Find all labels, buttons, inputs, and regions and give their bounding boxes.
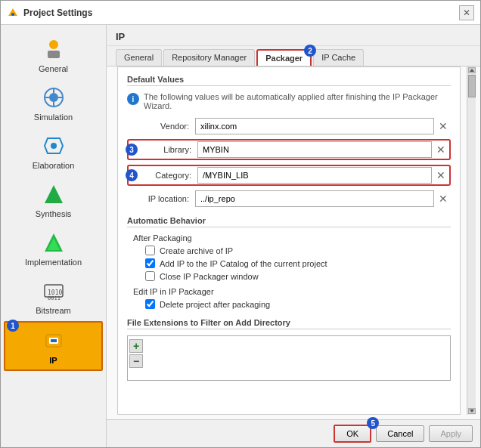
apply-button[interactable]: Apply <box>429 425 473 442</box>
ok-button[interactable]: OK <box>334 425 371 443</box>
synthesis-icon <box>40 181 67 208</box>
library-highlight-box: Library: ✕ <box>127 139 451 160</box>
library-field-container: 3 Library: ✕ <box>127 139 451 160</box>
svg-text:0011: 0011 <box>48 295 61 301</box>
vendor-field-row: Vendor: ✕ <box>127 118 451 134</box>
close-button[interactable]: ✕ <box>459 5 474 20</box>
add-ip-catalog-checkbox[interactable] <box>145 258 155 268</box>
sidebar: General Simulation <box>1 25 107 447</box>
bottom-bar: OK 5 Cancel Apply <box>107 419 480 447</box>
sidebar-item-implementation[interactable]: Implementation <box>4 224 103 271</box>
sidebar-item-general[interactable]: General <box>4 31 103 78</box>
delete-project-checkbox[interactable] <box>145 299 155 309</box>
main-content: General Simulation <box>1 25 480 447</box>
library-label: Library: <box>129 145 197 154</box>
svg-marker-12 <box>45 185 63 203</box>
svg-marker-22 <box>470 409 474 412</box>
library-clear-btn[interactable]: ✕ <box>433 141 448 158</box>
sidebar-item-bitstream-label: Bitstream <box>36 306 70 315</box>
implementation-icon <box>40 229 67 256</box>
ok-btn-wrapper: OK 5 <box>334 425 371 443</box>
ip-icon <box>40 327 67 354</box>
info-icon: i <box>127 93 139 105</box>
file-extensions-controls: + − <box>129 339 143 368</box>
vendor-clear-btn[interactable]: ✕ <box>436 118 451 134</box>
sidebar-item-elaboration[interactable]: Elaboration <box>4 128 103 175</box>
category-field-row: Category: ✕ <box>129 167 448 184</box>
svg-point-5 <box>49 93 58 102</box>
add-ip-catalog-row: Add IP to the IP Catalog of the current … <box>145 258 451 268</box>
category-input[interactable] <box>197 167 432 184</box>
vendor-label: Vendor: <box>127 122 195 131</box>
category-field-container: 4 Category: ✕ <box>127 165 451 186</box>
default-values-title: Default Values <box>127 75 451 86</box>
library-badge: 3 <box>126 144 138 156</box>
sidebar-item-ip[interactable]: 1 IP <box>4 321 103 371</box>
sidebar-item-simulation[interactable]: Simulation <box>4 79 103 126</box>
project-settings-window: Project Settings ✕ General <box>0 0 481 448</box>
info-block: i The following values will be automatic… <box>127 92 451 110</box>
sidebar-item-ip-label: IP <box>49 356 57 365</box>
svg-marker-21 <box>470 69 474 72</box>
title-bar-left: Project Settings <box>7 7 92 19</box>
after-packaging-title: After Packaging <box>133 233 451 243</box>
add-extension-btn[interactable]: + <box>129 339 143 353</box>
sidebar-item-synthesis-label: Synthesis <box>36 209 72 218</box>
ip-location-input[interactable] <box>195 190 434 207</box>
tab-repository-manager[interactable]: Repository Manager <box>163 49 255 66</box>
delete-project-label: Delete project after packaging <box>160 300 270 309</box>
ip-location-label: IP location: <box>127 194 195 203</box>
scroll-up-btn[interactable] <box>468 67 476 73</box>
sidebar-item-implementation-label: Implementation <box>25 258 82 267</box>
svg-point-11 <box>51 143 57 149</box>
delete-project-row: Delete project after packaging <box>145 299 451 309</box>
add-ip-catalog-label: Add IP to the IP Catalog of the current … <box>160 259 327 268</box>
title-bar: Project Settings ✕ <box>1 1 480 25</box>
ip-location-clear-btn[interactable]: ✕ <box>436 190 451 207</box>
sidebar-item-general-label: General <box>39 64 68 73</box>
vendor-input[interactable] <box>195 118 434 134</box>
edit-ip-section: Edit IP in IP Packager Delete project af… <box>133 287 451 309</box>
file-extensions-box: + − <box>127 335 451 381</box>
after-packaging-section: After Packaging Create archive of IP Add… <box>133 233 451 281</box>
edit-ip-title: Edit IP in IP Packager <box>133 287 451 296</box>
auto-behavior-section: Automatic Behavior After Packaging Creat… <box>127 216 451 309</box>
sidebar-item-bitstream[interactable]: 1010 0011 Bitstream <box>4 273 103 320</box>
cancel-button[interactable]: Cancel <box>376 425 424 442</box>
create-archive-checkbox[interactable] <box>145 246 155 255</box>
window-title: Project Settings <box>23 8 92 18</box>
category-label: Category: <box>129 171 197 180</box>
close-packager-checkbox[interactable] <box>145 271 155 281</box>
svg-rect-20 <box>51 339 57 342</box>
elaboration-icon <box>40 132 67 159</box>
scroll-thumb[interactable] <box>468 75 476 97</box>
ip-location-field-row: IP location: ✕ <box>127 190 451 207</box>
tab-packager[interactable]: Packager 2 <box>256 49 312 66</box>
panel-header: IP <box>107 25 480 46</box>
library-input[interactable] <box>197 141 432 158</box>
tab-general[interactable]: General <box>116 49 162 66</box>
scroll-down-btn[interactable] <box>468 408 476 414</box>
sidebar-ip-badge: 1 <box>7 320 19 332</box>
category-highlight-box: Category: ✕ <box>127 165 451 186</box>
scroll-track <box>467 98 476 407</box>
sidebar-item-synthesis[interactable]: Synthesis <box>4 176 103 223</box>
file-extensions-title: File Extensions to Filter on Add Directo… <box>127 318 451 329</box>
main-panel: IP General Repository Manager Packager 2… <box>107 25 480 447</box>
tab-ip-cache[interactable]: IP Cache <box>313 49 364 66</box>
svg-point-2 <box>49 40 58 49</box>
close-packager-label: Close IP Packager window <box>160 272 259 281</box>
category-clear-btn[interactable]: ✕ <box>433 167 448 184</box>
remove-extension-btn[interactable]: − <box>129 354 143 368</box>
create-archive-row: Create archive of IP <box>145 246 451 255</box>
general-icon <box>40 36 67 63</box>
app-icon <box>7 7 19 19</box>
simulation-icon <box>40 84 67 111</box>
panel-content: Default Values i The following values wi… <box>117 66 461 415</box>
create-archive-label: Create archive of IP <box>160 246 233 255</box>
tabs-bar: General Repository Manager Packager 2 IP… <box>107 46 480 66</box>
sidebar-item-elaboration-label: Elaboration <box>33 161 75 170</box>
svg-point-1 <box>11 13 14 16</box>
category-badge: 4 <box>126 169 138 181</box>
scrollbar[interactable] <box>467 66 476 415</box>
